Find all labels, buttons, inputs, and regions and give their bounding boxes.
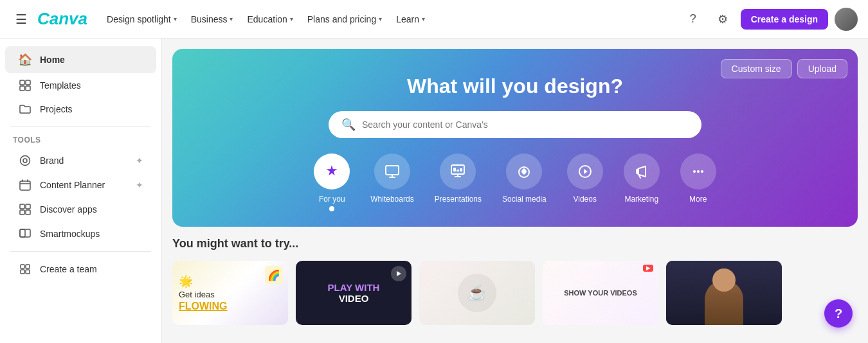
star-icon: ✦ [136, 155, 143, 166]
category-social-media[interactable]: Social media [502, 154, 547, 211]
sidebar-item-brand[interactable]: Brand ✦ [5, 148, 156, 173]
nav-links: Design spotlight ▾ Business ▾ Education … [100, 10, 676, 28]
category-presentations[interactable]: Presentations [435, 154, 482, 211]
svg-point-23 [693, 170, 696, 173]
nav-business[interactable]: Business ▾ [185, 10, 240, 28]
user-avatar[interactable] [835, 8, 858, 31]
svg-rect-15 [21, 270, 24, 274]
videos-icon [567, 154, 603, 189]
category-whiteboards[interactable]: Whiteboards [370, 154, 413, 211]
nav-learn[interactable]: Learn ▾ [390, 10, 431, 28]
svg-point-25 [701, 170, 703, 173]
suggestion-card-get-ideas[interactable]: 🌟 Get ideas FLOWING 🌈 [172, 261, 288, 325]
svg-rect-16 [26, 270, 30, 274]
create-design-button[interactable]: Create a design [741, 9, 828, 30]
category-videos[interactable]: Videos [567, 154, 603, 211]
hamburger-menu[interactable]: ☰ [10, 9, 32, 30]
top-navigation: ☰ Canva Design spotlight ▾ Business ▾ Ed… [0, 0, 868, 39]
social-media-icon [506, 154, 542, 189]
svg-point-5 [23, 159, 27, 163]
category-icons: For you Whiteboards [188, 154, 842, 211]
svg-rect-17 [386, 166, 399, 175]
home-icon: 🏠 [18, 53, 32, 67]
marketing-icon [624, 154, 660, 189]
suggestion-card-show-videos[interactable]: ▶ SHOW YOUR VIDEOS [543, 261, 658, 325]
svg-rect-8 [26, 204, 30, 209]
upload-button[interactable]: Upload [797, 59, 847, 78]
card-play-line2: VIDEO [328, 293, 380, 304]
svg-rect-9 [20, 210, 24, 215]
folder-icon [18, 104, 32, 114]
chevron-down-icon: ▾ [174, 15, 177, 22]
svg-rect-19 [453, 168, 456, 172]
chevron-down-icon: ▾ [422, 15, 425, 22]
svg-rect-0 [20, 80, 24, 85]
nav-education[interactable]: Education ▾ [240, 10, 299, 28]
card-show-videos-label: SHOW YOUR VIDEOS [564, 288, 637, 297]
sidebar-divider [10, 126, 151, 127]
search-icon: 🔍 [341, 118, 356, 132]
search-input[interactable] [362, 119, 689, 130]
presentations-icon [440, 154, 476, 189]
suggestion-card-3[interactable]: ☕ [419, 261, 535, 325]
search-bar: 🔍 [329, 111, 701, 138]
team-icon [18, 263, 32, 275]
smartmockups-icon [18, 228, 32, 240]
sidebar-item-home[interactable]: 🏠 Home [5, 46, 156, 73]
category-for-you[interactable]: For you [314, 154, 350, 211]
hero-actions: Custom size Upload [721, 59, 847, 78]
sidebar-divider-2 [10, 251, 151, 252]
nav-right-actions: ? ⚙ Create a design [682, 8, 858, 31]
whiteboards-icon [374, 154, 410, 189]
sidebar-item-projects[interactable]: Projects [5, 98, 156, 121]
svg-rect-3 [26, 86, 30, 91]
card-get-ideas-line1: Get ideas [179, 290, 282, 299]
for-you-icon [314, 154, 350, 189]
active-indicator [329, 206, 334, 211]
custom-size-button[interactable]: Custom size [721, 59, 792, 78]
nav-design-spotlight[interactable]: Design spotlight ▾ [100, 10, 183, 28]
suggestion-card-person[interactable] [666, 261, 782, 325]
help-button[interactable]: ? [682, 8, 705, 31]
chevron-down-icon: ▾ [290, 15, 293, 22]
calendar-icon [18, 179, 32, 191]
svg-rect-6 [20, 181, 30, 190]
sidebar-item-templates[interactable]: Templates [5, 73, 156, 98]
templates-icon [18, 80, 32, 91]
svg-rect-13 [21, 265, 24, 268]
main-content: Custom size Upload What will you design?… [162, 39, 868, 343]
canva-logo[interactable]: Canva [37, 9, 87, 29]
chevron-down-icon: ▾ [230, 15, 233, 22]
category-more[interactable]: More [680, 154, 716, 211]
sidebar-item-create-team[interactable]: Create a team [5, 257, 156, 281]
category-marketing[interactable]: Marketing [624, 154, 660, 211]
svg-point-24 [697, 170, 700, 173]
suggestions-section: You might want to try... 🌟 Get ideas FLO… [162, 237, 868, 335]
more-icon [680, 154, 716, 189]
main-layout: 🏠 Home Templates Projects T [0, 39, 868, 343]
tools-section-label: Tools [0, 132, 161, 148]
sidebar: 🏠 Home Templates Projects T [0, 39, 162, 343]
svg-rect-7 [20, 204, 24, 209]
svg-rect-21 [460, 168, 462, 172]
sidebar-item-smartmockups[interactable]: Smartmockups [5, 222, 156, 246]
sidebar-item-discover-apps[interactable]: Discover apps [5, 197, 156, 222]
svg-point-4 [21, 156, 30, 166]
star-icon: ✦ [136, 180, 143, 190]
suggestions-cards: 🌟 Get ideas FLOWING 🌈 PLAY [172, 261, 858, 325]
sidebar-item-content-planner[interactable]: Content Planner ✦ [5, 173, 156, 197]
settings-button[interactable]: ⚙ [711, 8, 734, 31]
help-fab-button[interactable]: ? [824, 299, 853, 328]
card-get-ideas-line2: FLOWING [179, 301, 282, 312]
apps-icon [18, 204, 32, 215]
svg-rect-10 [26, 210, 30, 215]
suggestions-title: You might want to try... [172, 237, 858, 251]
suggestion-card-play-video[interactable]: PLAY WITH VIDEO [296, 261, 411, 325]
nav-plans-pricing[interactable]: Plans and pricing ▾ [301, 10, 388, 28]
svg-rect-12 [20, 229, 25, 237]
svg-rect-2 [20, 86, 24, 91]
svg-rect-20 [457, 170, 459, 172]
brand-icon [18, 155, 32, 166]
chevron-down-icon: ▾ [379, 15, 382, 22]
card-play-line1: PLAY WITH [328, 282, 380, 293]
